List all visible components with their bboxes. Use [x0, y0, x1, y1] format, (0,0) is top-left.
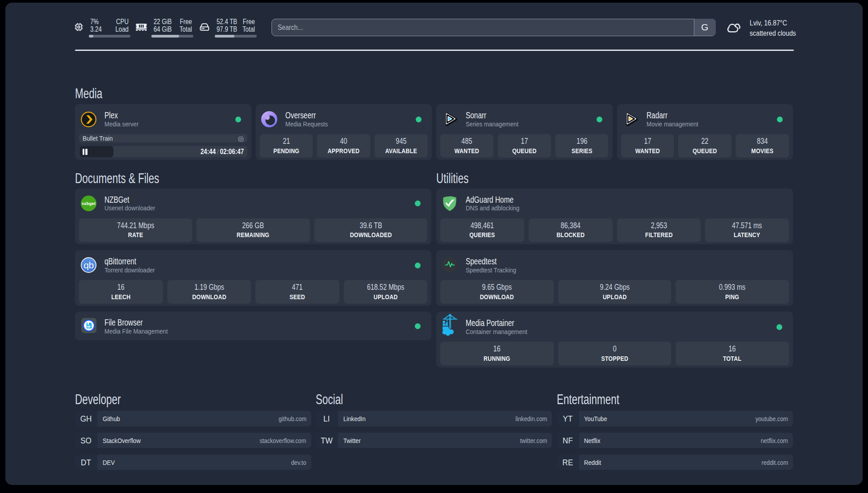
svg-text:qb: qb: [83, 260, 93, 270]
svg-text:nzbget: nzbget: [82, 201, 96, 206]
